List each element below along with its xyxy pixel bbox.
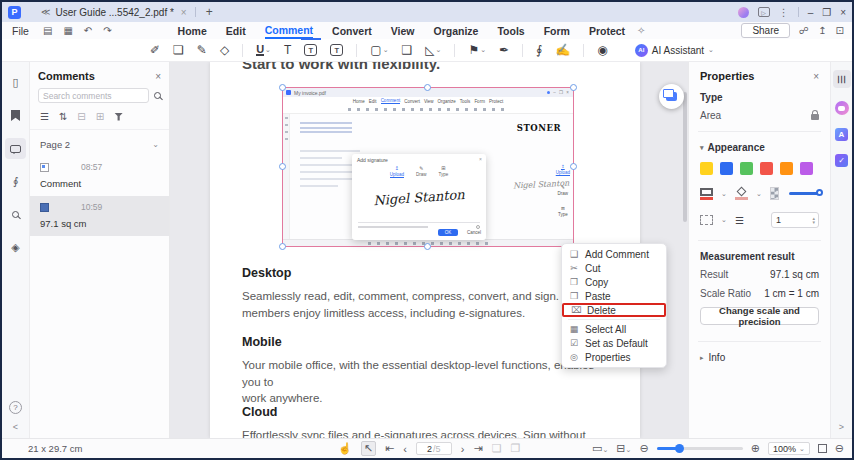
save-icon[interactable]: ▤ <box>43 25 52 36</box>
stamp-tool-icon[interactable]: ⚑⌄ <box>468 43 486 57</box>
info-section-header[interactable]: ▸ Info <box>700 352 819 363</box>
selected-image-annotation[interactable]: My invoice.pdf – ❐ × Home Edit Comment C… <box>282 87 574 247</box>
collapse-toolbar-icon[interactable]: ⊖ <box>835 442 844 455</box>
page-number-field[interactable]: 2 /5 <box>416 442 452 455</box>
comment-list-item[interactable]: 08:57 Comment <box>30 156 169 196</box>
swatch-orange[interactable] <box>780 162 793 175</box>
close-properties-icon[interactable]: × <box>813 71 819 82</box>
first-page-icon[interactable]: ⇤ <box>385 442 394 455</box>
filter-comments-icon[interactable] <box>114 113 123 121</box>
chevron-down-icon[interactable]: ⌄ <box>756 190 762 198</box>
context-item-cut[interactable]: ✂Cut <box>562 261 666 275</box>
swatch-blue[interactable] <box>720 162 733 175</box>
search-panel-icon[interactable] <box>5 204 26 225</box>
sort-comments-icon[interactable]: ⇅ <box>59 111 67 122</box>
context-item-properties[interactable]: ◎Properties <box>562 350 666 364</box>
previous-page-icon[interactable]: ‹ <box>403 443 407 455</box>
text-box-tool-icon[interactable]: T <box>330 44 343 56</box>
tab-comment[interactable]: Comment <box>265 23 313 39</box>
zoom-slider[interactable] <box>657 447 743 450</box>
print-icon[interactable]: ▦ <box>63 25 72 36</box>
resize-handle[interactable] <box>279 84 286 91</box>
tab-form[interactable]: Form <box>544 24 570 38</box>
document-scrollbar[interactable] <box>683 92 687 222</box>
line-width-value[interactable] <box>772 214 800 226</box>
dash-style-picker[interactable] <box>700 215 713 225</box>
comments-panel-icon[interactable] <box>5 138 26 159</box>
tab-organize[interactable]: Organize <box>434 24 479 38</box>
resize-handle[interactable] <box>424 243 431 250</box>
tab-edit[interactable]: Edit <box>226 24 246 38</box>
zoom-out-icon[interactable]: ⊖ <box>639 442 648 455</box>
video-tutorial-icon[interactable]: ▷ <box>758 7 770 17</box>
slider-knob[interactable] <box>816 189 823 196</box>
zoom-slider-knob[interactable] <box>675 444 684 453</box>
fullscreen-icon[interactable] <box>818 444 827 453</box>
todo-check-icon[interactable]: ✓ <box>835 154 848 167</box>
duplicate-page-icon[interactable]: ❐ <box>511 442 521 455</box>
minimize-button[interactable]: – <box>808 7 814 18</box>
redo-icon[interactable]: ↷ <box>103 25 111 36</box>
search-comments-input[interactable] <box>38 88 149 103</box>
last-page-icon[interactable]: ⇥ <box>474 442 483 455</box>
help-button[interactable]: ? <box>9 401 22 414</box>
opacity-slider[interactable] <box>789 192 819 195</box>
insert-page-icon[interactable]: ❏ <box>492 442 502 455</box>
chevron-down-icon[interactable]: ⌄ <box>721 216 727 224</box>
attachment-tool-icon[interactable]: ∮ <box>536 43 542 57</box>
hand-tool-icon[interactable]: ☝ <box>338 442 352 455</box>
share-nodes-icon[interactable]: ☍ <box>799 25 809 36</box>
context-item-paste[interactable]: ❒Paste <box>562 289 666 303</box>
appearance-section-header[interactable]: ▾ Appearance <box>700 142 819 153</box>
close-tab-icon[interactable]: × <box>181 7 187 18</box>
resize-handle[interactable] <box>570 163 577 170</box>
page-break-icon[interactable]: ⊟ <box>77 111 85 122</box>
search-icon[interactable] <box>154 92 161 99</box>
attachments-panel-icon[interactable]: ∮ <box>5 171 26 192</box>
shape-tool-icon[interactable]: ▢⌄ <box>370 43 388 57</box>
swatch-yellow[interactable] <box>700 162 713 175</box>
comment-list-icon[interactable]: ☰ <box>40 111 49 122</box>
tab-home[interactable]: Home <box>178 24 207 38</box>
typewriter-tool-icon[interactable]: T <box>304 44 317 56</box>
tab-convert[interactable]: Convert <box>332 24 372 38</box>
account-avatar[interactable] <box>738 7 749 18</box>
resize-handle[interactable] <box>279 243 286 250</box>
measure-tool-icon[interactable]: ◺⌄ <box>425 43 441 57</box>
comment-list-item-selected[interactable]: 10:59 97.1 sq cm <box>30 196 169 236</box>
line-thickness-icon[interactable]: ☰ <box>735 215 744 226</box>
collapse-left-panel-icon[interactable]: < <box>13 422 18 432</box>
signature-tool-icon[interactable]: ✒ <box>499 43 509 57</box>
eye-visibility-icon[interactable]: ◉ <box>597 43 607 57</box>
columns-icon[interactable]: ⊞ <box>96 111 104 122</box>
page-group-row[interactable]: Page 2 ⌄ <box>30 130 169 156</box>
collapse-right-panel-icon[interactable]: > <box>839 422 844 432</box>
swatch-green[interactable] <box>740 162 753 175</box>
page-layout-icon[interactable]: ⊟⌄ <box>616 442 631 455</box>
context-item-delete[interactable]: ⌧Delete <box>562 303 666 317</box>
bookmarks-panel-icon[interactable] <box>5 105 26 126</box>
share-button[interactable]: Share <box>741 23 790 38</box>
stepper[interactable]: ▴▾ <box>812 216 818 224</box>
more-menu-icon[interactable]: ⋮ <box>779 7 789 18</box>
chevron-down-icon[interactable]: ⌄ <box>721 190 727 198</box>
resize-handle[interactable] <box>570 84 577 91</box>
resize-handle[interactable] <box>279 163 286 170</box>
file-menu[interactable]: File <box>12 25 29 37</box>
properties-rail-icon[interactable]: ☰ <box>833 70 851 88</box>
tab-tools[interactable]: Tools <box>497 24 524 38</box>
undo-icon[interactable]: ↶ <box>84 25 92 36</box>
change-scale-button[interactable]: Change scale and precision <box>700 307 819 325</box>
ai-assistant-button[interactable]: AI AI Assistant ⌄ <box>635 44 714 57</box>
resize-handle[interactable] <box>424 84 431 91</box>
thumbnails-panel-icon[interactable]: ▯ <box>5 72 26 93</box>
pencil-tool-icon[interactable]: ✎ <box>197 43 207 57</box>
highlighter-tool-icon[interactable]: ✐ <box>150 43 160 57</box>
new-tab-button[interactable]: + <box>206 5 213 19</box>
sticky-note-tool-icon[interactable]: ❏ <box>173 43 184 57</box>
tab-view[interactable]: View <box>391 24 415 38</box>
fit-width-icon[interactable]: ▭⌄ <box>592 442 608 455</box>
zoom-in-icon[interactable]: ⊕ <box>751 442 760 455</box>
fill-color-picker[interactable] <box>735 187 748 200</box>
close-button[interactable]: × <box>840 7 846 18</box>
